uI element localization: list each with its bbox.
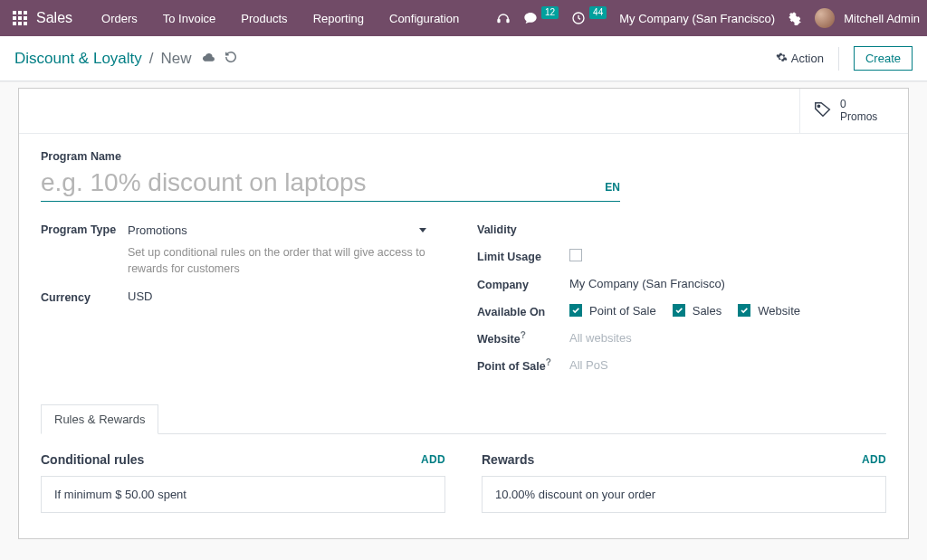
navbar-right: 12 44 My Company (San Francisco) Mitchel… — [496, 8, 920, 28]
pos-label: Point of Sale? — [477, 358, 569, 373]
help-mark-icon[interactable]: ? — [546, 357, 551, 367]
svg-rect-0 — [13, 11, 16, 14]
avail-web-checkbox[interactable] — [738, 304, 750, 317]
breadcrumb-current: New — [161, 50, 192, 68]
svg-rect-1 — [18, 11, 22, 14]
tab-content: Conditional rules ADD If minimum $ 50.00… — [41, 434, 886, 513]
breadcrumb-sep: / — [149, 50, 154, 68]
stat-count: 0 — [840, 98, 877, 110]
row-program-type: Program Type Promotions Set up condition… — [41, 222, 450, 277]
row-available-on: Available On Point of Sale Sales — [477, 304, 886, 318]
nav-configuration[interactable]: Configuration — [377, 0, 472, 36]
breadcrumb: Discount & Loyalty / New — [14, 50, 237, 68]
svg-rect-4 — [18, 16, 22, 20]
stat-promos[interactable]: 0 Promos — [799, 89, 908, 133]
messages-icon[interactable]: 12 — [523, 11, 559, 25]
user-name: Mitchell Admin — [844, 12, 920, 25]
program-type-label: Program Type — [41, 222, 128, 236]
avatar — [815, 8, 835, 28]
nav-to-invoice[interactable]: To Invoice — [150, 0, 229, 36]
svg-rect-10 — [507, 19, 509, 22]
top-navbar: Sales Orders To Invoice Products Reporti… — [0, 0, 927, 36]
row-company: Company My Company (San Francisco) — [477, 277, 886, 291]
program-type-select[interactable]: Promotions — [128, 222, 426, 239]
nav-products[interactable]: Products — [228, 0, 300, 36]
stat-label: Promos — [840, 110, 877, 123]
company-value[interactable]: My Company (San Francisco) — [569, 277, 886, 290]
row-website: Website? All websites — [477, 331, 886, 346]
available-on-label: Available On — [477, 304, 569, 318]
svg-rect-2 — [24, 11, 27, 14]
gear-icon — [776, 52, 788, 66]
voip-icon[interactable] — [496, 11, 511, 25]
validity-label: Validity — [477, 222, 569, 236]
rules-add[interactable]: ADD — [421, 453, 445, 466]
rewards-add[interactable]: ADD — [862, 453, 886, 466]
limit-usage-label: Limit Usage — [477, 249, 569, 263]
left-column: Program Type Promotions Set up condition… — [41, 222, 450, 385]
title-row: EN — [41, 166, 620, 202]
svg-rect-3 — [13, 16, 16, 20]
control-right: Action Create — [776, 46, 913, 71]
rules-column: Conditional rules ADD If minimum $ 50.00… — [41, 452, 445, 513]
limit-usage-checkbox[interactable] — [569, 249, 582, 261]
reward-card[interactable]: 10.00% discount on your order — [482, 476, 886, 513]
pos-value[interactable]: All PoS — [569, 358, 886, 372]
activities-badge: 44 — [589, 6, 607, 19]
svg-rect-9 — [498, 19, 500, 22]
messages-badge: 12 — [541, 6, 559, 19]
avail-pos-checkbox[interactable] — [569, 304, 582, 317]
right-column: Validity Limit Usage Company My Co — [477, 222, 886, 385]
content-scroll[interactable]: 0 Promos Program Name EN Program Type — [0, 81, 927, 560]
apps-icon[interactable] — [13, 11, 27, 25]
website-label: Website? — [477, 331, 569, 346]
website-value[interactable]: All websites — [569, 331, 886, 345]
svg-point-12 — [817, 105, 819, 107]
nav-reporting[interactable]: Reporting — [301, 0, 377, 36]
avail-sales-checkbox[interactable] — [673, 304, 685, 317]
chevron-down-icon — [419, 228, 426, 233]
discard-icon[interactable] — [225, 51, 237, 66]
help-mark-icon[interactable]: ? — [521, 330, 526, 340]
currency-label: Currency — [41, 289, 128, 304]
language-tag[interactable]: EN — [605, 181, 620, 201]
tag-icon — [813, 100, 833, 122]
breadcrumb-root[interactable]: Discount & Loyalty — [14, 50, 142, 68]
row-validity: Validity — [477, 222, 886, 236]
debug-icon[interactable] — [788, 11, 802, 25]
action-menu[interactable]: Action — [776, 52, 824, 66]
button-box: 0 Promos — [19, 89, 908, 134]
create-button[interactable]: Create — [854, 46, 913, 71]
svg-rect-6 — [13, 22, 16, 25]
rewards-column: Rewards ADD 10.00% discount on your orde… — [482, 452, 886, 513]
nav-orders[interactable]: Orders — [89, 0, 150, 36]
row-limit-usage: Limit Usage — [477, 249, 886, 264]
control-panel: Discount & Loyalty / New Action Create — [0, 36, 927, 81]
avail-web-label: Website — [758, 304, 800, 318]
form-columns: Program Type Promotions Set up condition… — [41, 222, 886, 385]
program-name-input[interactable] — [41, 166, 587, 201]
user-menu[interactable]: Mitchell Admin — [815, 8, 920, 28]
app-brand[interactable]: Sales — [36, 10, 72, 26]
rule-card[interactable]: If minimum $ 50.00 spent — [41, 476, 445, 513]
program-type-cell: Promotions Set up conditional rules on t… — [128, 222, 450, 277]
cloud-save-icon[interactable] — [201, 51, 215, 66]
divider — [838, 47, 839, 71]
available-on-values: Point of Sale Sales Website — [569, 304, 886, 318]
rules-title: Conditional rules — [41, 452, 144, 467]
currency-value[interactable]: USD — [128, 289, 450, 303]
sheet-body: Program Name EN Program Type Promotions — [19, 134, 908, 538]
tab-rules-rewards[interactable]: Rules & Rewards — [41, 404, 158, 434]
row-currency: Currency USD — [41, 289, 450, 304]
tabbar: Rules & Rewards — [41, 403, 886, 434]
svg-rect-8 — [24, 22, 27, 25]
form-sheet: 0 Promos Program Name EN Program Type — [18, 88, 909, 539]
company-switcher[interactable]: My Company (San Francisco) — [619, 12, 775, 25]
rewards-title: Rewards — [482, 452, 534, 467]
program-type-value: Promotions — [128, 223, 187, 237]
avail-sales-label: Sales — [693, 304, 722, 318]
svg-rect-7 — [18, 22, 22, 25]
activities-icon[interactable]: 44 — [571, 11, 607, 25]
tabs: Rules & Rewards Conditional rules ADD If… — [41, 403, 886, 513]
program-type-help: Set up conditional rules on the order th… — [128, 244, 426, 277]
